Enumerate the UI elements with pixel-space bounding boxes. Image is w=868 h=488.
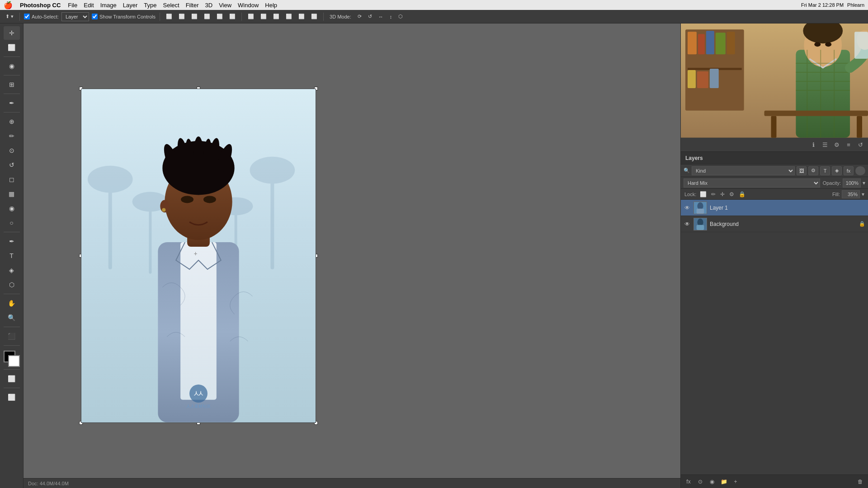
eyedropper-tool[interactable]: ✒ (4, 96, 20, 110)
distribute-bottom-btn[interactable]: ⬜ (271, 13, 281, 20)
layer-item-background[interactable]: 👁 Background 🔒 (681, 216, 868, 232)
layer-visibility-layer1[interactable]: 👁 (684, 204, 691, 211)
menu-edit[interactable]: Edit (84, 2, 94, 9)
brush-tool[interactable]: ✏ (4, 129, 20, 143)
layer-delete-btn[interactable]: 🗑 (855, 477, 865, 487)
show-transform-label[interactable]: Show Transform Controls (92, 14, 156, 19)
menu-window[interactable]: Window (238, 2, 259, 9)
svg-point-24 (162, 208, 165, 211)
menu-select[interactable]: Select (163, 2, 179, 9)
rectangular-marquee-tool[interactable]: ⬜ (4, 41, 20, 54)
show-transform-checkbox[interactable] (92, 14, 98, 19)
panel-adjustments-icon[interactable]: ⚙ (832, 140, 842, 150)
lock-artboard-btn[interactable]: ⚙ (728, 190, 735, 198)
blur-tool[interactable]: ◉ (4, 202, 20, 215)
menu-layer[interactable]: Layer (123, 2, 138, 9)
clone-stamp-tool[interactable]: ⊙ (4, 144, 20, 157)
fill-label: Fill: (832, 192, 840, 197)
toolbar-divider-2 (160, 13, 160, 21)
panel-history-icon[interactable]: ↺ (855, 140, 865, 150)
menu-help[interactable]: Help (265, 2, 277, 9)
quick-mask-tool[interactable]: ⬜ (4, 372, 20, 385)
spot-heal-tool[interactable]: ⊕ (4, 115, 20, 128)
history-brush-tool[interactable]: ↺ (4, 158, 20, 172)
menu-file[interactable]: File (68, 2, 77, 9)
lock-all-btn[interactable]: 🔒 (738, 190, 746, 198)
3d-slide-btn[interactable]: ↕ (388, 13, 394, 20)
filter-icon-adjustment[interactable]: ⚙ (808, 166, 818, 175)
canvas-wrapper[interactable]: 人人素材区 人人素材区 人人素材区 人人素材区 人人素材区 人人素材区 人人素材… (81, 89, 316, 423)
shape-tool[interactable]: ⬡ (4, 278, 20, 291)
fill-input[interactable] (842, 190, 860, 198)
opacity-input[interactable] (843, 178, 861, 188)
opacity-dropdown-arrow[interactable]: ▾ (863, 180, 865, 186)
align-top-btn[interactable]: ⬜ (164, 13, 174, 20)
blend-mode-dropdown[interactable]: Hard Mix Normal Multiply Screen Overlay … (684, 178, 820, 188)
lasso-tool[interactable]: ◉ (4, 59, 20, 73)
layer-item-layer1[interactable]: 👁 Layer 1 (681, 200, 868, 216)
menu-type[interactable]: Type (144, 2, 156, 9)
3d-roll-btn[interactable]: ↺ (366, 13, 374, 20)
crop-tool[interactable]: ⊞ (4, 78, 20, 91)
filter-type-dropdown[interactable]: Kind Name Effect Mode Attribute Color Sm… (692, 166, 795, 175)
svg-rect-51 (771, 116, 777, 138)
align-left-btn[interactable]: ⬜ (202, 13, 212, 20)
lock-image-btn[interactable]: ✏ (710, 190, 717, 198)
3d-pan-btn[interactable]: ↔ (377, 13, 385, 20)
lock-position-btn[interactable]: ✛ (719, 190, 726, 198)
fill-dropdown-arrow[interactable]: ▾ (862, 191, 864, 197)
filter-toggle[interactable] (855, 166, 865, 175)
distribute-vcenter-btn[interactable]: ⬜ (259, 13, 269, 20)
align-right-btn[interactable]: ⬜ (227, 13, 237, 20)
align-vcenter-btn[interactable]: ⬜ (177, 13, 187, 20)
filter-icon-pixel[interactable]: 🖼 (797, 166, 807, 175)
filter-icon-shape[interactable]: ◈ (832, 166, 842, 175)
layer-folder-btn[interactable]: 📁 (719, 477, 729, 487)
layer-visibility-background[interactable]: 👁 (684, 221, 691, 228)
panel-layers-icon[interactable]: ☰ (820, 140, 830, 150)
tool-separator-6 (4, 294, 20, 294)
layer-adjustment-btn[interactable]: ◉ (707, 477, 717, 487)
panel-properties-icon[interactable]: ≡ (844, 140, 854, 150)
gradient-tool[interactable]: ▦ (4, 187, 20, 201)
panel-info-icon[interactable]: ℹ (808, 140, 818, 150)
pen-tool[interactable]: ✒ (4, 235, 20, 248)
dodge-tool[interactable]: ○ (4, 216, 20, 230)
layer-new-btn[interactable]: + (731, 477, 741, 487)
path-select-tool[interactable]: ◈ (4, 263, 20, 277)
zoom-tool[interactable]: 🔍 (4, 311, 20, 324)
layer-add-mask-btn[interactable]: ⊙ (695, 477, 705, 487)
color-swatches (4, 351, 20, 367)
menu-image[interactable]: Image (100, 2, 117, 9)
svg-rect-58 (697, 225, 704, 230)
layer-fx-btn[interactable]: fx (684, 477, 693, 487)
auto-select-dropdown[interactable]: Layer Group (61, 12, 89, 21)
distribute-right-btn[interactable]: ⬜ (309, 13, 319, 20)
type-tool[interactable]: T (4, 249, 20, 263)
background-color[interactable] (8, 355, 20, 367)
lock-transparent-btn[interactable]: ⬜ (699, 190, 708, 198)
auto-select-label[interactable]: Auto-Select: (24, 14, 59, 19)
extra-tool[interactable]: ⬛ (4, 329, 20, 343)
distribute-hcenter-btn[interactable]: ⬜ (297, 13, 307, 20)
filter-icon-type[interactable]: T (820, 166, 830, 175)
align-bottom-btn[interactable]: ⬜ (189, 13, 199, 20)
toolbar-divider-3 (241, 13, 242, 21)
move-tool-btn[interactable]: ⬆ ▾ (4, 13, 15, 20)
3d-scale-btn[interactable]: ⬡ (396, 13, 405, 20)
menu-view[interactable]: View (219, 2, 231, 9)
3d-rotate-btn[interactable]: ⟳ (356, 13, 363, 20)
distribute-left-btn[interactable]: ⬜ (284, 13, 294, 20)
menu-filter[interactable]: Filter (186, 2, 199, 9)
filter-icon-smart[interactable]: fx (844, 166, 854, 175)
screen-mode-tool[interactable]: ⬜ (4, 390, 20, 404)
layers-filter-row: 🔍 Kind Name Effect Mode Attribute Color … (681, 164, 868, 177)
auto-select-checkbox[interactable] (24, 14, 30, 19)
distribute-top-btn[interactable]: ⬜ (246, 13, 256, 20)
hand-tool[interactable]: ✋ (4, 296, 20, 310)
eraser-tool[interactable]: ◻ (4, 173, 20, 186)
move-tool[interactable]: ✛ (4, 26, 20, 40)
apple-logo[interactable]: 🍎 (4, 1, 13, 9)
menu-3d[interactable]: 3D (205, 2, 213, 9)
align-hcenter-btn[interactable]: ⬜ (215, 13, 225, 20)
